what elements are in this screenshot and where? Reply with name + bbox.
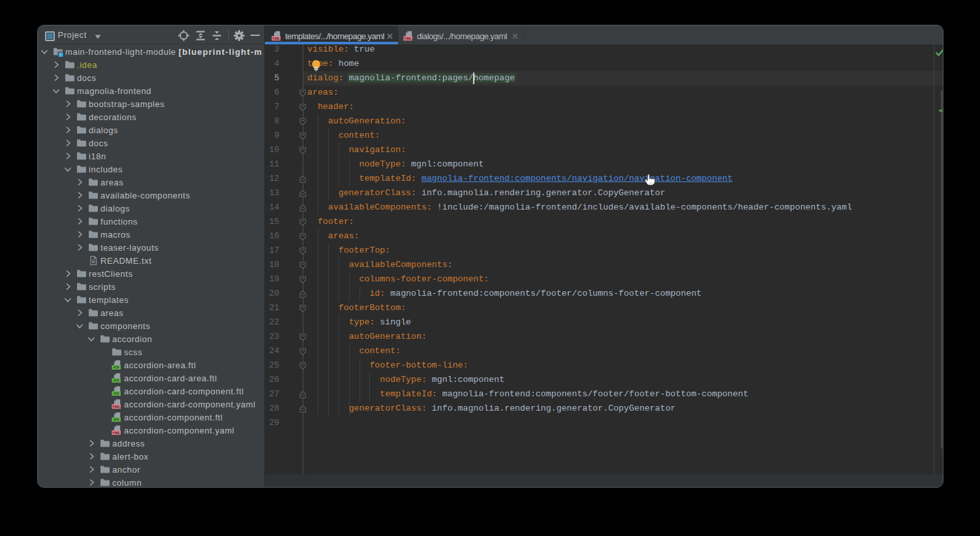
svg-text:<>: <> — [114, 417, 119, 422]
svg-text:<>: <> — [114, 365, 119, 370]
svg-text:YML: YML — [272, 36, 281, 40]
svg-text:<>: <> — [114, 378, 119, 383]
svg-text:YML: YML — [112, 404, 121, 409]
svg-text:YML: YML — [404, 36, 412, 40]
svg-text:YML: YML — [112, 430, 121, 435]
svg-text:<>: <> — [114, 391, 119, 396]
